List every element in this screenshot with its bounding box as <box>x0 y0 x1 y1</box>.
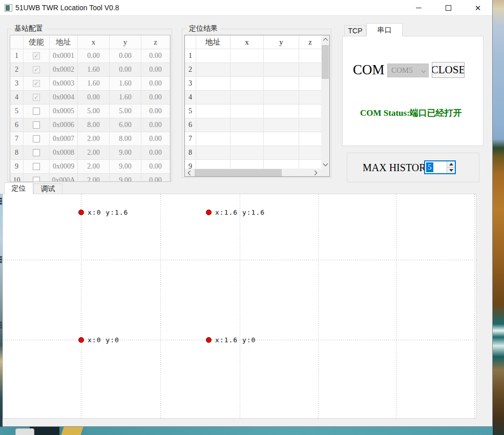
enable-cell[interactable] <box>24 146 50 160</box>
minimize-button[interactable] <box>407 0 430 16</box>
y-cell[interactable]: 5.00 <box>110 105 141 118</box>
enable-cell[interactable] <box>24 118 50 132</box>
tab-tcp[interactable]: TCP <box>344 25 366 36</box>
spin-up-button[interactable] <box>447 161 455 167</box>
address-cell[interactable]: 0x0006 <box>50 118 78 132</box>
x-cell[interactable]: 5.00 <box>78 105 110 118</box>
enable-checkbox[interactable] <box>33 177 40 182</box>
scroll-right-button[interactable] <box>311 169 320 177</box>
z-cell[interactable]: 0.00 <box>141 49 170 63</box>
taskbar-button-fragment[interactable] <box>15 428 34 435</box>
horizontal-scrollbar[interactable] <box>185 169 329 177</box>
z-cell[interactable]: 0.00 <box>141 91 170 105</box>
enable-checkbox[interactable]: ✓ <box>33 66 40 73</box>
x-cell[interactable]: 8.00 <box>78 118 110 132</box>
enable-checkbox[interactable]: ✓ <box>33 94 40 101</box>
y-cell[interactable]: 1.60 <box>110 77 141 91</box>
vertical-scroll-thumb[interactable] <box>322 45 329 79</box>
z-cell <box>299 49 322 63</box>
enable-checkbox[interactable] <box>33 135 40 142</box>
header-y: y <box>110 35 141 49</box>
scroll-down-button[interactable] <box>321 160 329 169</box>
enable-checkbox[interactable] <box>33 163 40 170</box>
enable-cell[interactable]: ✓ <box>24 91 50 105</box>
z-cell[interactable]: 0.00 <box>141 160 170 174</box>
z-cell[interactable]: 0.00 <box>141 132 170 146</box>
enable-cell[interactable] <box>24 174 50 182</box>
x-cell[interactable]: 2.00 <box>78 132 110 146</box>
horizontal-scroll-thumb[interactable] <box>195 169 282 176</box>
z-cell[interactable]: 0.00 <box>141 63 170 77</box>
address-cell[interactable]: 0x0004 <box>50 91 78 105</box>
result-table: 地址 x y z 1 2 <box>184 35 330 177</box>
result-table-row: 1 <box>185 49 322 63</box>
x-cell[interactable]: 2.00 <box>78 146 110 160</box>
com-status-text: COM Status:端口已经打开 <box>360 107 476 120</box>
anchor-table-row: 9 0x0009 2.00 9.00 0.00 <box>10 160 170 174</box>
tab-serial[interactable]: 串口 <box>366 23 403 36</box>
address-cell[interactable]: 0x0002 <box>50 63 78 77</box>
row-number: 10 <box>10 174 24 182</box>
address-cell[interactable]: 0x0003 <box>50 77 78 91</box>
result-table-row: 3 <box>185 77 322 91</box>
address-cell[interactable]: 0x0007 <box>50 132 78 146</box>
chevron-left-icon <box>187 170 193 175</box>
com-port-combobox[interactable]: COM5 <box>387 64 429 77</box>
y-cell[interactable]: 9.00 <box>110 160 141 174</box>
spin-down-button[interactable] <box>447 167 455 173</box>
x-cell[interactable]: 0.00 <box>78 91 110 105</box>
x-cell[interactable]: 1.60 <box>78 77 110 91</box>
enable-checkbox[interactable] <box>33 149 40 156</box>
y-cell[interactable]: 0.00 <box>110 63 141 77</box>
enable-cell[interactable] <box>24 160 50 174</box>
enable-checkbox[interactable] <box>33 108 40 115</box>
serial-close-button[interactable]: CLOSE <box>432 62 465 78</box>
z-cell[interactable]: 0.00 <box>141 77 170 91</box>
vertical-scrollbar[interactable] <box>321 35 329 169</box>
enable-cell[interactable]: ✓ <box>24 63 50 77</box>
x-cell[interactable]: 2.00 <box>78 174 110 182</box>
enable-checkbox[interactable] <box>33 121 40 129</box>
z-cell[interactable]: 0.00 <box>141 105 170 118</box>
title-bar[interactable]: 51UWB TWR Location Tool V0.8 ✕ <box>0 0 492 16</box>
max-history-value[interactable]: 5 <box>426 162 433 172</box>
address-cell[interactable]: 0x0008 <box>50 146 78 160</box>
tab-debug[interactable]: 调试 <box>33 183 62 194</box>
max-history-spinbox[interactable]: 5 <box>424 160 456 174</box>
tab-location[interactable]: 定位 <box>4 182 33 194</box>
result-table-row: 7 <box>185 132 322 146</box>
address-cell[interactable]: 0x0005 <box>50 105 78 118</box>
x-cell[interactable]: 1.60 <box>78 63 110 77</box>
point-label: x:0 y:0 <box>88 336 119 344</box>
y-cell[interactable]: 0.00 <box>110 49 141 63</box>
address-cell[interactable]: 0x0001 <box>50 49 78 63</box>
address-cell[interactable]: 0x0009 <box>50 160 78 174</box>
enable-checkbox[interactable]: ✓ <box>33 52 40 59</box>
y-cell[interactable]: 6.00 <box>110 118 141 132</box>
point-dot-icon <box>78 337 84 343</box>
y-cell[interactable]: 8.00 <box>110 132 141 146</box>
z-cell[interactable]: 0.00 <box>141 118 170 132</box>
y-cell[interactable]: 9.00 <box>110 146 141 160</box>
y-cell[interactable]: 9.00 <box>110 174 141 182</box>
address-cell[interactable]: 0x000A <box>50 174 78 182</box>
enable-cell[interactable] <box>24 132 50 146</box>
plot-point: x:0 y:1.6 <box>78 210 128 215</box>
enable-cell[interactable]: ✓ <box>24 49 50 63</box>
maximize-button[interactable] <box>436 0 460 16</box>
z-cell[interactable]: 0.00 <box>141 174 170 182</box>
header-y: y <box>264 35 299 49</box>
y-cell <box>264 77 299 91</box>
point-dot-icon <box>206 337 212 343</box>
enable-cell[interactable]: ✓ <box>24 77 50 91</box>
scroll-left-button[interactable] <box>185 169 194 177</box>
close-button[interactable]: ✕ <box>466 0 490 16</box>
scroll-up-button[interactable] <box>321 35 329 44</box>
z-cell <box>299 77 322 91</box>
enable-cell[interactable] <box>24 105 50 118</box>
enable-checkbox[interactable]: ✓ <box>33 80 40 87</box>
x-cell[interactable]: 0.00 <box>78 49 110 63</box>
x-cell[interactable]: 2.00 <box>78 160 110 174</box>
y-cell[interactable]: 1.60 <box>110 91 141 105</box>
z-cell[interactable]: 0.00 <box>141 146 170 160</box>
